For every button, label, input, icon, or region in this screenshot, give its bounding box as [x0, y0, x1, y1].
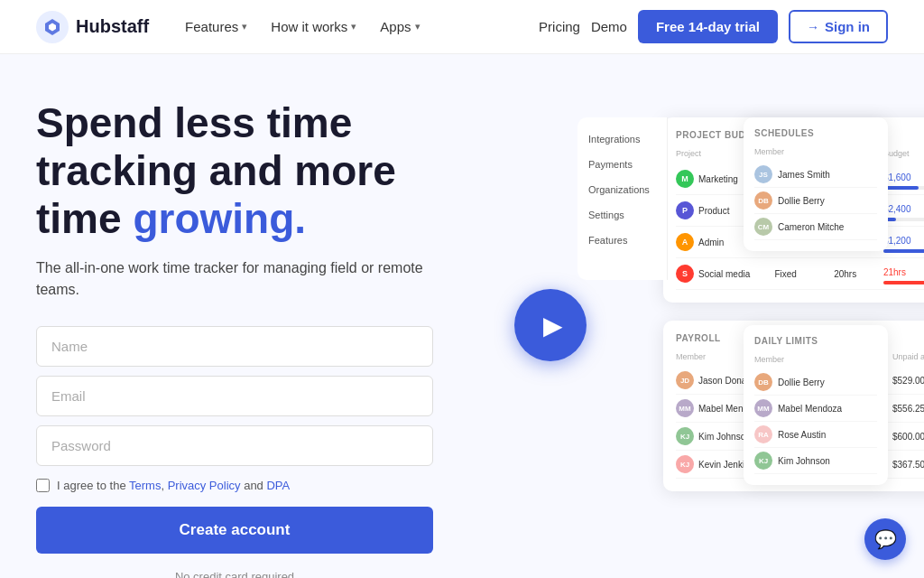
terms-checkbox-row: I agree to the Terms, Privacy Policy and…: [36, 479, 433, 492]
limit-avatar: RA: [754, 425, 772, 443]
limit-row: RA Rose Austin: [754, 422, 877, 448]
navbar: Hubstaff Features ▾ How it works ▾ Apps …: [0, 0, 924, 54]
nav-how-it-works[interactable]: How it works ▾: [262, 14, 365, 40]
limit-avatar: MM: [754, 399, 772, 417]
dashboard-preview: ▶ Integrations Payments Organizations Se…: [469, 99, 888, 551]
hero-left: Spend less time tracking and more time g…: [36, 99, 433, 578]
hero-section: Spend less time tracking and more time g…: [0, 54, 924, 578]
member-avatar: JD: [676, 371, 694, 389]
logo[interactable]: Hubstaff: [36, 11, 149, 43]
password-input[interactable]: [36, 425, 433, 466]
project-avatar: S: [676, 265, 694, 283]
nav-apps[interactable]: Apps ▾: [371, 14, 429, 40]
hero-title: Spend less time tracking and more time g…: [36, 99, 433, 243]
name-input[interactable]: [36, 326, 433, 367]
sidebar-panel: Integrations Payments Organizations Sett…: [578, 117, 668, 280]
chat-button[interactable]: 💬: [864, 518, 906, 560]
sidebar-integrations[interactable]: Integrations: [578, 126, 667, 152]
terms-link[interactable]: Terms: [129, 479, 161, 492]
play-button[interactable]: ▶: [514, 289, 587, 361]
chevron-down-icon: ▾: [351, 21, 356, 33]
project-avatar: A: [676, 233, 694, 251]
schedule-row: DB Dollie Berry: [754, 188, 877, 214]
project-avatar: M: [676, 170, 694, 188]
project-avatar: P: [676, 201, 694, 219]
schedule-avatar: DB: [754, 191, 772, 210]
limit-avatar: KJ: [754, 452, 772, 470]
signin-button[interactable]: → Sign in: [789, 10, 888, 43]
play-icon: ▶: [543, 311, 563, 340]
member-avatar: KJ: [676, 455, 694, 473]
create-account-button[interactable]: Create account: [36, 507, 433, 554]
nav-features[interactable]: Features ▾: [176, 14, 256, 40]
limits-title: DAILY LIMITS: [754, 336, 877, 346]
budget-row: S Social media Fixed 20hrs 21hrs: [676, 258, 924, 290]
chevron-down-icon: ▾: [242, 21, 247, 33]
budget-bar: [883, 186, 924, 190]
schedules-title: SCHEDULES: [754, 128, 877, 138]
sidebar-features[interactable]: Features: [578, 228, 667, 253]
terms-label: I agree to the Terms, Privacy Policy and…: [57, 479, 290, 492]
limit-row: KJ Kim Johnson: [754, 448, 877, 474]
nav-left: Features ▾ How it works ▾ Apps ▾: [176, 14, 429, 40]
schedule-avatar: CM: [754, 218, 772, 236]
schedule-row: JS James Smith: [754, 162, 877, 188]
schedule-row: CM Cameron Mitche: [754, 214, 877, 240]
chevron-down-icon: ▾: [415, 21, 420, 33]
hero-right: ▶ Integrations Payments Organizations Se…: [469, 99, 888, 551]
dpa-link[interactable]: DPA: [266, 479, 290, 492]
hero-subtitle: The all-in-one work time tracker for man…: [36, 257, 433, 301]
no-credit-card-text: No credit card required: [36, 570, 433, 578]
email-input[interactable]: [36, 376, 433, 416]
signin-icon: →: [807, 20, 819, 34]
nav-right: Pricing Demo Free 14-day trial → Sign in: [539, 10, 888, 43]
member-avatar: MM: [676, 399, 694, 417]
budget-bar: [883, 218, 924, 221]
privacy-link[interactable]: Privacy Policy: [168, 479, 241, 492]
daily-limits-panel: DAILY LIMITS Member DB Dollie Berry MM M…: [744, 325, 888, 485]
logo-text: Hubstaff: [76, 16, 149, 37]
signup-form: I agree to the Terms, Privacy Policy and…: [36, 326, 433, 578]
limit-row: DB Dollie Berry: [754, 369, 877, 396]
nav-pricing[interactable]: Pricing: [539, 19, 580, 34]
limit-row: MM Mabel Mendoza: [754, 396, 877, 422]
budget-bar: [883, 249, 924, 253]
nav-demo[interactable]: Demo: [591, 19, 627, 34]
schedule-avatar: JS: [754, 165, 772, 183]
schedules-panel: SCHEDULES Member JS James Smith DB Dolli…: [744, 117, 888, 251]
trial-button[interactable]: Free 14-day trial: [638, 10, 778, 43]
terms-checkbox[interactable]: [36, 479, 50, 492]
limit-avatar: DB: [754, 373, 772, 391]
member-avatar: KJ: [676, 427, 694, 445]
chat-icon: 💬: [874, 528, 897, 550]
sidebar-organizations[interactable]: Organizations: [578, 177, 667, 202]
budget-bar: [883, 281, 924, 284]
sidebar-settings[interactable]: Settings: [578, 202, 667, 228]
sidebar-payments[interactable]: Payments: [578, 152, 667, 177]
